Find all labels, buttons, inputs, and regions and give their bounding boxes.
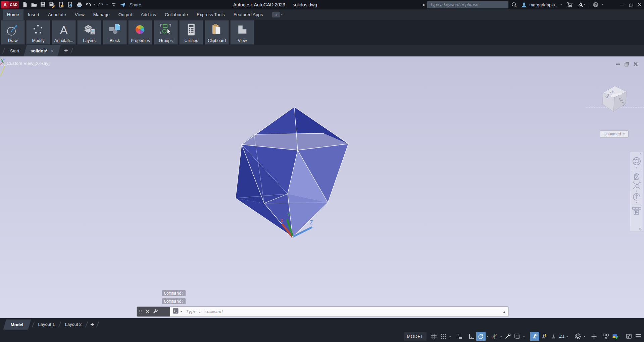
panel-modify[interactable]: Modify	[26, 20, 50, 45]
file-tab-start[interactable]: Start	[7, 48, 22, 53]
redo-dropdown-icon[interactable]: ▼	[106, 4, 108, 6]
user-dropdown-icon[interactable]: ▼	[560, 4, 562, 6]
status-menu-button[interactable]	[634, 332, 643, 341]
command-history-expand-icon[interactable]: ▲	[503, 310, 506, 313]
polar-tracking-button[interactable]	[476, 332, 486, 341]
save-as-icon[interactable]	[49, 1, 55, 8]
scale-dropdown-icon[interactable]: ▼	[565, 335, 569, 338]
ribbon-tab-insert[interactable]: Insert	[23, 9, 44, 20]
ribbon-tab-collaborate[interactable]: Collaborate	[160, 9, 192, 20]
navigation-wheel-icon[interactable]	[632, 156, 642, 167]
search-icon[interactable]	[511, 2, 517, 8]
ribbon-tab-view[interactable]: View	[70, 9, 89, 20]
command-bar-grip[interactable]	[137, 307, 170, 316]
model-space-button[interactable]: MODEL	[404, 332, 427, 341]
showmotion-icon[interactable]	[632, 206, 642, 216]
navbar-close-icon[interactable]: ×	[640, 152, 642, 156]
navbar-wheel-dropdown-icon[interactable]: ▼	[636, 167, 638, 169]
status-plus-button[interactable]	[589, 332, 599, 341]
annotation-scale-value[interactable]: 1:1	[558, 334, 565, 339]
ribbon-display-options[interactable]: ▲ ▼	[272, 9, 283, 20]
open-folder-icon[interactable]	[31, 1, 37, 8]
ribbon-tab-output[interactable]: Output	[114, 9, 137, 20]
viewcube[interactable]: BACK LEFT	[599, 83, 629, 115]
panel-properties[interactable]: Properties	[128, 20, 152, 45]
file-tab-close-icon[interactable]: ×	[51, 48, 54, 54]
qat-customize-icon[interactable]	[110, 1, 117, 8]
save-to-mobile-icon[interactable]	[67, 1, 73, 8]
autodesk-logo-icon[interactable]	[577, 2, 584, 8]
named-view-button[interactable]: Unnamed ▽	[600, 130, 629, 138]
orbit-dropdown-icon[interactable]: ▼	[636, 202, 638, 204]
share-label[interactable]: Share	[130, 2, 141, 7]
viewport-close-icon[interactable]	[632, 61, 639, 67]
undo-dropdown-icon[interactable]: ▼	[93, 4, 95, 6]
panel-layers[interactable]: Layers	[77, 20, 101, 45]
undo-icon[interactable]	[85, 1, 92, 8]
ribbon-tab-express-tools[interactable]: Express Tools	[192, 9, 229, 20]
command-customize-wrench-icon[interactable]	[153, 308, 158, 315]
annotation-autoscale-button[interactable]	[539, 332, 549, 341]
gear-dropdown-icon[interactable]: ▼	[583, 335, 587, 338]
new-drawing-button[interactable]: +	[64, 47, 68, 55]
viewport-restore-icon[interactable]	[624, 61, 630, 67]
customization-gear-button[interactable]	[573, 332, 583, 341]
ribbon-tab-annotate[interactable]: Annotate	[44, 9, 70, 20]
viewport-minimize-icon[interactable]	[615, 61, 622, 67]
new-file-icon[interactable]	[21, 1, 28, 8]
annotation-scale-button[interactable]	[549, 332, 558, 341]
orbit-tool-icon[interactable]	[632, 192, 641, 202]
ribbon-tab-manage[interactable]: Manage	[89, 9, 114, 20]
file-tab-solidos[interactable]: solidos* ×	[24, 45, 61, 56]
command-drag-handle-icon[interactable]	[139, 310, 142, 313]
dynamic-input-button[interactable]	[455, 332, 464, 341]
command-input[interactable]	[185, 309, 503, 314]
share-icon[interactable]	[119, 1, 126, 8]
pan-tool-icon[interactable]	[632, 171, 641, 181]
restore-button[interactable]	[627, 0, 635, 9]
ribbon-collapse-dropdown-icon[interactable]: ▼	[281, 14, 283, 16]
cart-icon[interactable]	[567, 2, 573, 8]
snap-mode-button[interactable]	[439, 332, 448, 341]
help-dropdown-icon[interactable]: ▼	[602, 4, 604, 6]
command-close-icon[interactable]	[145, 309, 150, 315]
panel-block[interactable]: Block	[103, 20, 127, 45]
autodesk-dropdown-icon[interactable]: ▼	[583, 4, 585, 6]
navbar-customize-icon[interactable]: ⊖	[639, 227, 642, 231]
show-annotation-objects-button[interactable]	[530, 332, 539, 341]
minimize-button[interactable]	[618, 0, 627, 9]
user-avatar-icon[interactable]	[521, 2, 527, 8]
panel-view[interactable]: View	[230, 20, 254, 45]
transparency-button[interactable]	[512, 332, 522, 341]
help-icon[interactable]: ?	[592, 1, 599, 8]
panel-groups[interactable]: Groups	[154, 20, 178, 45]
ribbon-tab-addins[interactable]: Add-ins	[136, 9, 160, 20]
command-prompt-icon[interactable]	[173, 308, 179, 315]
new-layout-button[interactable]: +	[90, 321, 94, 328]
search-collapse-icon[interactable]: ▶	[423, 3, 425, 6]
graphics-performance-button[interactable]	[611, 332, 620, 341]
close-button[interactable]	[635, 0, 644, 9]
panel-annotation[interactable]: A Annotati...	[52, 20, 76, 45]
plot-icon[interactable]	[76, 1, 83, 8]
autocad-logo[interactable]: A CAD	[1, 1, 19, 8]
save-icon[interactable]	[40, 1, 46, 8]
layout-tab-layout1[interactable]: Layout 1	[37, 322, 56, 327]
panel-utilities[interactable]: Utilities	[179, 20, 203, 45]
command-input-area[interactable]: ▼ ▲	[170, 307, 508, 316]
redo-icon[interactable]	[98, 1, 104, 8]
open-from-mobile-icon[interactable]	[58, 1, 64, 8]
ribbon-tab-featured-apps[interactable]: Featured Apps	[229, 9, 267, 20]
object-snap-tracking-button[interactable]	[490, 332, 499, 341]
layout-tab-model[interactable]: Model	[3, 319, 31, 330]
ortho-mode-button[interactable]	[467, 332, 476, 341]
transparency-dropdown-icon[interactable]: ▼	[522, 335, 526, 338]
panel-clipboard[interactable]: Clipboard	[205, 20, 229, 45]
zoom-tool-icon[interactable]	[632, 181, 641, 190]
polar-dropdown-icon[interactable]: ▼	[486, 335, 490, 338]
search-input[interactable]	[427, 1, 508, 8]
viewport-controls-label[interactable]: [-][Custom View][X-Ray]	[1, 61, 50, 66]
layout-tab-layout2[interactable]: Layout 2	[63, 322, 83, 327]
object-snap-button[interactable]	[503, 332, 512, 341]
navigation-bar[interactable]: × ▼ ▼ ▼ ⊖	[630, 151, 643, 232]
